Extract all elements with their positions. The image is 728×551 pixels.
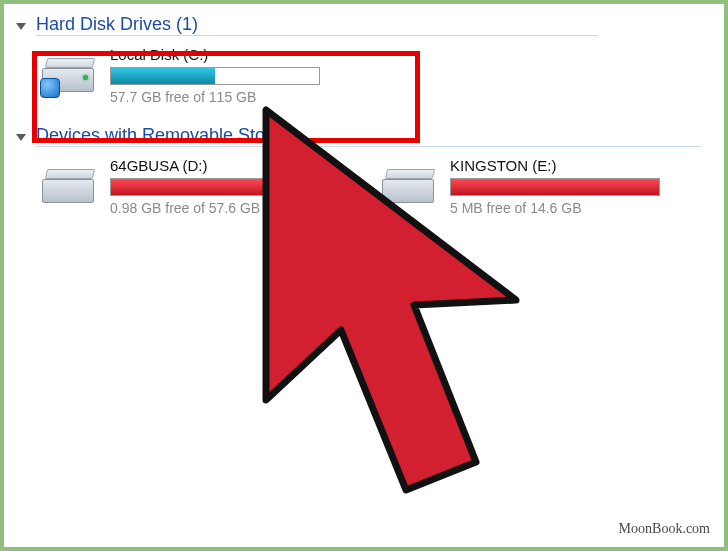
image-frame: Hard Disk Drives (1) Local Disk (C:) 57.… [0,0,728,551]
removable-disk-icon [382,167,438,207]
drive-name: 64GBUSA (D:) [110,157,342,174]
capacity-bar [110,67,320,85]
capacity-fill [111,179,315,195]
drive-name: KINGSTON (E:) [450,157,682,174]
drive-64gbusa-d[interactable]: 64GBUSA (D:) 0.98 GB free of 57.6 GB [42,157,342,216]
removable-drive-list: 64GBUSA (D:) 0.98 GB free of 57.6 GB KIN… [8,151,720,230]
explorer-panel: Hard Disk Drives (1) Local Disk (C:) 57.… [8,8,720,543]
capacity-fill [111,68,215,84]
removable-disk-icon [42,167,98,207]
drive-status: 0.98 GB free of 57.6 GB [110,200,342,216]
drive-status: 57.7 GB free of 115 GB [110,89,342,105]
capacity-fill [451,179,659,195]
drive-info: KINGSTON (E:) 5 MB free of 14.6 GB [450,157,682,216]
section-title-hdd: Hard Disk Drives (1) [36,14,598,36]
drive-status: 5 MB free of 14.6 GB [450,200,682,216]
drive-local-disk-c[interactable]: Local Disk (C:) 57.7 GB free of 115 GB [42,46,342,105]
capacity-bar [110,178,320,196]
drive-info: Local Disk (C:) 57.7 GB free of 115 GB [110,46,342,105]
section-header-hdd[interactable]: Hard Disk Drives (1) [8,8,720,40]
drive-name: Local Disk (C:) [110,46,342,63]
watermark-text: MoonBook.com [619,521,710,537]
section-header-removable[interactable]: Devices with Removable Storage [8,119,720,151]
drive-info: 64GBUSA (D:) 0.98 GB free of 57.6 GB [110,157,342,216]
drive-kingston-e[interactable]: KINGSTON (E:) 5 MB free of 14.6 GB [382,157,682,216]
collapse-caret-icon[interactable] [16,134,26,141]
hard-disk-icon [42,56,98,96]
collapse-caret-icon[interactable] [16,23,26,30]
capacity-bar [450,178,660,196]
section-title-removable: Devices with Removable Storage [36,125,701,147]
hdd-drive-list: Local Disk (C:) 57.7 GB free of 115 GB [8,40,720,119]
